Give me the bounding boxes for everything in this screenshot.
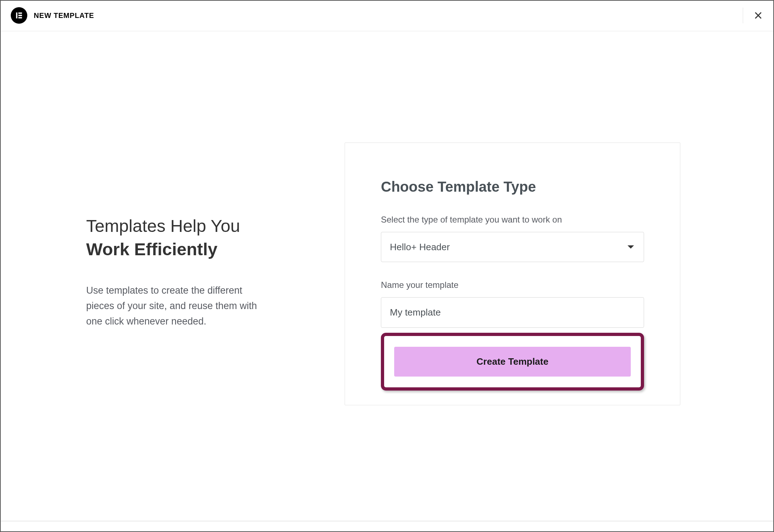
intro-description: Use templates to create the different pi… — [86, 283, 273, 330]
svg-rect-2 — [18, 15, 22, 16]
intro-title-line2: Work Efficiently — [86, 238, 316, 261]
modal-title: NEW TEMPLATE — [34, 11, 94, 20]
create-button-highlight: Create Template — [381, 333, 644, 391]
close-icon — [753, 10, 763, 20]
template-type-label: Select the type of template you want to … — [381, 215, 644, 225]
template-name-input[interactable] — [381, 297, 644, 328]
modal-content: Templates Help You Work Efficiently Use … — [0, 31, 774, 405]
svg-rect-3 — [18, 17, 22, 19]
template-type-select[interactable]: Hello+ Header — [381, 232, 644, 262]
form-title: Choose Template Type — [381, 179, 644, 195]
form-panel: Choose Template Type Select the type of … — [345, 143, 680, 405]
footer-divider — [0, 521, 774, 521]
svg-rect-0 — [16, 13, 18, 19]
create-template-button[interactable]: Create Template — [394, 347, 631, 377]
intro-panel: Templates Help You Work Efficiently Use … — [86, 143, 316, 405]
template-name-label: Name your template — [381, 280, 644, 290]
close-button[interactable] — [743, 8, 763, 23]
template-type-select-wrapper: Hello+ Header — [381, 232, 644, 262]
modal-header: NEW TEMPLATE — [0, 0, 774, 31]
svg-rect-1 — [18, 13, 22, 14]
elementor-logo-icon — [11, 7, 27, 24]
intro-title: Templates Help You Work Efficiently — [86, 214, 316, 261]
intro-title-line1: Templates Help You — [86, 216, 240, 235]
header-left: NEW TEMPLATE — [11, 7, 94, 24]
